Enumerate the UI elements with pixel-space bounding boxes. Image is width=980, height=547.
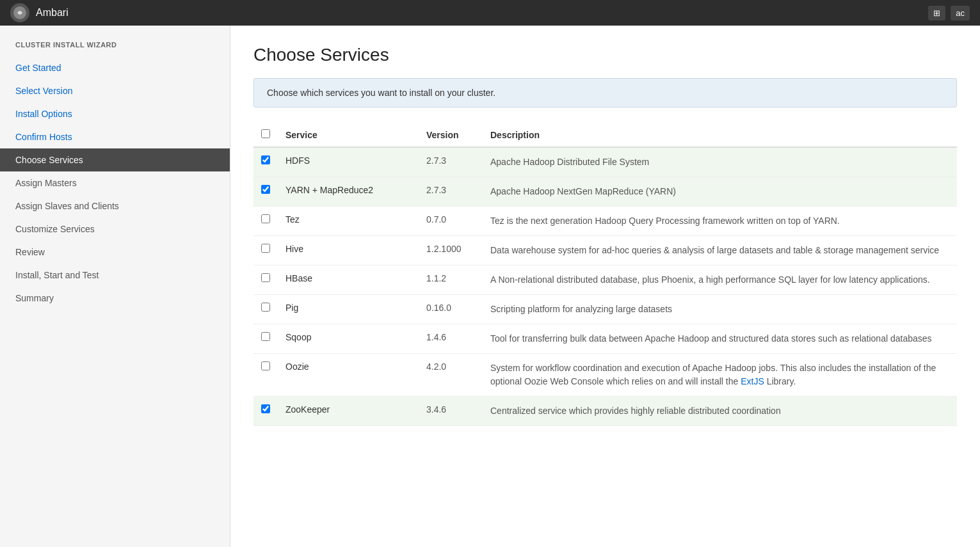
sidebar-item-install-start-test: Install, Start and Test [0, 264, 230, 287]
service-desc-hbase: A Non-relational distributed database, p… [483, 266, 957, 295]
user-menu-button[interactable]: ac [951, 6, 970, 20]
service-version-tez: 0.7.0 [419, 207, 483, 236]
sidebar-item-assign-masters: Assign Masters [0, 171, 230, 194]
service-desc-hdfs: Apache Hadoop Distributed File System [483, 147, 957, 177]
table-row: Pig 0.16.0 Scripting platform for analyz… [253, 295, 957, 324]
services-table: Service Version Description HDFS 2.7.3 A… [253, 123, 957, 426]
service-checkbox-zookeeper[interactable] [261, 404, 270, 413]
sidebar-item-assign-slaves: Assign Slaves and Clients [0, 194, 230, 218]
service-version-sqoop: 1.4.6 [419, 324, 483, 354]
service-version-hive: 1.2.1000 [419, 236, 483, 266]
table-row: Hive 1.2.1000 Data warehouse system for … [253, 236, 957, 266]
service-checkbox-yarn[interactable] [261, 185, 270, 194]
sidebar: CLUSTER INSTALL WIZARD Get Started Selec… [0, 26, 230, 547]
table-row: HDFS 2.7.3 Apache Hadoop Distributed Fil… [253, 147, 957, 177]
service-checkbox-tez[interactable] [261, 214, 270, 223]
table-row: Tez 0.7.0 Tez is the next generation Had… [253, 207, 957, 236]
service-name-hbase: HBase [278, 266, 419, 295]
main-content: Choose Services Choose which services yo… [230, 26, 980, 547]
layout: CLUSTER INSTALL WIZARD Get Started Selec… [0, 26, 980, 547]
table-row: YARN + MapReduce2 2.7.3 Apache Hadoop Ne… [253, 177, 957, 207]
table-row: Oozie 4.2.0 System for workflow coordina… [253, 354, 957, 397]
header-checkbox-col [253, 123, 278, 147]
table-row: HBase 1.1.2 A Non-relational distributed… [253, 266, 957, 295]
service-version-pig: 0.16.0 [419, 295, 483, 324]
sidebar-item-summary: Summary [0, 287, 230, 310]
table-header: Service Version Description [253, 123, 957, 147]
service-version-oozie: 4.2.0 [419, 354, 483, 397]
topnav-left: Ambari [10, 3, 68, 22]
service-version-hdfs: 2.7.3 [419, 147, 483, 177]
topnav-right: ⊞ ac [928, 6, 970, 20]
row-checkbox-cell [253, 177, 278, 207]
header-description: Description [483, 123, 957, 147]
service-version-hbase: 1.1.2 [419, 266, 483, 295]
table-body: HDFS 2.7.3 Apache Hadoop Distributed Fil… [253, 147, 957, 426]
service-name-tez: Tez [278, 207, 419, 236]
row-checkbox-cell [253, 324, 278, 354]
topnav: Ambari ⊞ ac [0, 0, 980, 26]
sidebar-item-select-version[interactable]: Select Version [0, 79, 230, 102]
service-name-yarn: YARN + MapReduce2 [278, 177, 419, 207]
sidebar-item-confirm-hosts[interactable]: Confirm Hosts [0, 125, 230, 148]
sidebar-item-install-options[interactable]: Install Options [0, 102, 230, 125]
logo-icon [12, 5, 28, 20]
grid-menu-button[interactable]: ⊞ [928, 6, 945, 20]
service-version-zookeeper: 3.4.6 [419, 397, 483, 426]
sidebar-item-review: Review [0, 241, 230, 264]
row-checkbox-cell [253, 354, 278, 397]
row-checkbox-cell [253, 207, 278, 236]
info-box: Choose which services you want to instal… [253, 78, 957, 107]
service-desc-hive: Data warehouse system for ad-hoc queries… [483, 236, 957, 266]
row-checkbox-cell [253, 236, 278, 266]
service-desc-oozie: System for workflow coordination and exe… [483, 354, 957, 397]
table-row: ZooKeeper 3.4.6 Centralized service whic… [253, 397, 957, 426]
extjs-link[interactable]: ExtJS [741, 376, 764, 386]
row-checkbox-cell [253, 295, 278, 324]
sidebar-item-customize-services: Customize Services [0, 218, 230, 241]
service-desc-zookeeper: Centralized service which provides highl… [483, 397, 957, 426]
service-desc-tez: Tez is the next generation Hadoop Query … [483, 207, 957, 236]
service-desc-yarn: Apache Hadoop NextGen MapReduce (YARN) [483, 177, 957, 207]
row-checkbox-cell [253, 266, 278, 295]
row-checkbox-cell [253, 147, 278, 177]
service-name-sqoop: Sqoop [278, 324, 419, 354]
service-checkbox-oozie[interactable] [261, 361, 270, 370]
service-checkbox-hdfs[interactable] [261, 155, 270, 164]
ambari-logo [10, 3, 29, 22]
sidebar-item-get-started[interactable]: Get Started [0, 56, 230, 79]
header-service: Service [278, 123, 419, 147]
sidebar-section-title: CLUSTER INSTALL WIZARD [0, 41, 230, 56]
table-row: Sqoop 1.4.6 Tool for transferring bulk d… [253, 324, 957, 354]
row-checkbox-cell [253, 397, 278, 426]
app-title: Ambari [36, 7, 68, 19]
service-checkbox-hive[interactable] [261, 244, 270, 253]
service-desc-sqoop: Tool for transferring bulk data between … [483, 324, 957, 354]
service-version-yarn: 2.7.3 [419, 177, 483, 207]
service-name-pig: Pig [278, 295, 419, 324]
service-desc-pig: Scripting platform for analyzing large d… [483, 295, 957, 324]
service-checkbox-sqoop[interactable] [261, 332, 270, 341]
sidebar-item-choose-services[interactable]: Choose Services [0, 148, 230, 171]
service-name-hive: Hive [278, 236, 419, 266]
service-name-zookeeper: ZooKeeper [278, 397, 419, 426]
service-checkbox-pig[interactable] [261, 303, 270, 312]
header-version: Version [419, 123, 483, 147]
service-name-oozie: Oozie [278, 354, 419, 397]
select-all-checkbox[interactable] [261, 129, 270, 138]
service-checkbox-hbase[interactable] [261, 273, 270, 282]
service-name-hdfs: HDFS [278, 147, 419, 177]
page-title: Choose Services [253, 45, 957, 65]
